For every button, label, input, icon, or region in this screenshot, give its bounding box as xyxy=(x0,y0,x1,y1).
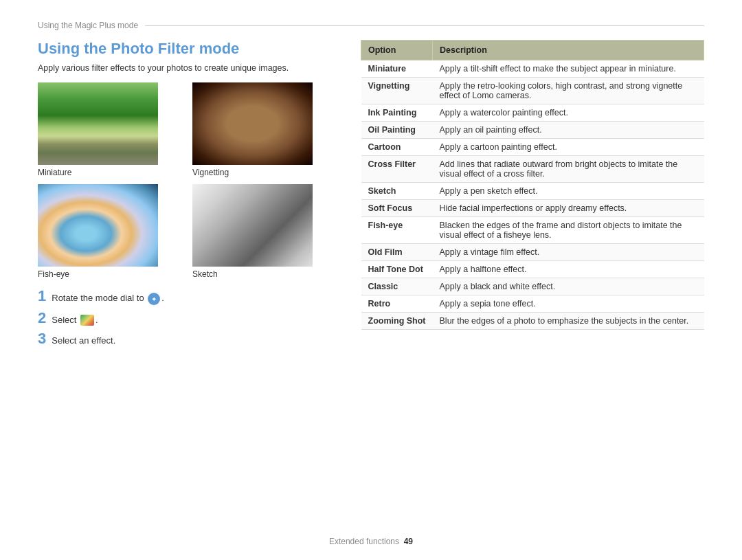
step-3-num: 3 xyxy=(38,331,46,346)
table-cell-option: Fish-eye xyxy=(361,217,433,244)
list-item: Vignetting xyxy=(192,82,340,177)
table-cell-option: Half Tone Dot xyxy=(361,261,433,278)
page-number: 49 xyxy=(404,537,413,546)
table-cell-option: Cross Filter xyxy=(361,156,433,183)
photo-miniature-label: Miniature xyxy=(38,168,71,177)
table-cell-description: Blacken the edges of the frame and disto… xyxy=(433,217,704,244)
table-cell-description: Apply a tilt-shift effect to make the su… xyxy=(433,60,704,78)
filter-icon xyxy=(80,315,94,326)
table-cell-option: Vignetting xyxy=(361,78,433,104)
table-cell-option: Miniature xyxy=(361,60,433,78)
table-row: Soft FocusHide facial imperfections or a… xyxy=(361,200,704,217)
step-3-text: Select an effect. xyxy=(52,335,115,346)
table-row: ClassicApply a black and white effect. xyxy=(361,278,704,295)
table-row: RetroApply a sepia tone effect. xyxy=(361,295,704,313)
table-cell-option: Oil Painting xyxy=(361,122,433,139)
table-row: CartoonApply a cartoon painting effect. xyxy=(361,139,704,156)
table-cell-option: Classic xyxy=(361,278,433,295)
step-1-text: Rotate the mode dial to . xyxy=(52,293,164,305)
photo-grid: Miniature Vignetting Fish-eye xyxy=(38,82,340,279)
table-cell-description: Apply a cartoon painting effect. xyxy=(433,139,704,156)
list-item: Miniature xyxy=(38,82,186,177)
photo-sketch-label: Sketch xyxy=(192,269,218,279)
table-cell-description: Blur the edges of a photo to emphasize t… xyxy=(433,313,704,330)
list-item: Fish-eye xyxy=(38,184,186,279)
step-2: 2 Select . xyxy=(38,311,340,326)
section-title: Using the Photo Filter mode xyxy=(38,40,340,58)
photo-miniature-img xyxy=(38,82,158,165)
step-2-text: Select . xyxy=(52,315,98,326)
table-row: SketchApply a pen sketch effect. xyxy=(361,183,704,200)
photo-fisheye-img xyxy=(38,184,158,267)
photo-fisheye-label: Fish-eye xyxy=(38,269,69,279)
breadcrumb-divider xyxy=(145,25,704,26)
table-cell-description: Hide facial imperfections or apply dream… xyxy=(433,200,704,217)
table-cell-description: Apply a sepia tone effect. xyxy=(433,295,704,313)
intro-text: Apply various filter effects to your pho… xyxy=(38,63,340,73)
step-1: 1 Rotate the mode dial to . xyxy=(38,289,340,305)
photo-vignetting-img xyxy=(192,82,313,165)
table-cell-option: Retro xyxy=(361,295,433,313)
table-row: Half Tone DotApply a halftone effect. xyxy=(361,261,704,278)
table-header-option: Option xyxy=(361,41,433,60)
table-cell-option: Ink Painting xyxy=(361,104,433,122)
step-3: 3 Select an effect. xyxy=(38,331,340,346)
photo-sketch-img xyxy=(192,184,313,267)
page-footer: Extended functions 49 xyxy=(0,537,742,546)
step-1-num: 1 xyxy=(38,289,46,304)
table-cell-option: Sketch xyxy=(361,183,433,200)
table-row: Zooming ShotBlur the edges of a photo to… xyxy=(361,313,704,330)
list-item: Sketch xyxy=(192,184,340,279)
table-cell-description: Apply a watercolor painting effect. xyxy=(433,104,704,122)
table-row: Fish-eyeBlacken the edges of the frame a… xyxy=(361,217,704,244)
table-cell-option: Cartoon xyxy=(361,139,433,156)
table-row: Old FilmApply a vintage film effect. xyxy=(361,244,704,261)
step-2-num: 2 xyxy=(38,311,46,326)
table-cell-description: Apply a vintage film effect. xyxy=(433,244,704,261)
breadcrumb: Using the Magic Plus mode xyxy=(38,21,138,30)
table-header-description: Description xyxy=(433,41,704,60)
table-row: Oil PaintingApply an oil painting effect… xyxy=(361,122,704,139)
photo-vignetting-label: Vignetting xyxy=(192,168,229,177)
options-table: Option Description MiniatureApply a tilt… xyxy=(361,40,704,330)
footer-label: Extended functions xyxy=(329,537,399,546)
table-cell-description: Apply a black and white effect. xyxy=(433,278,704,295)
table-cell-option: Zooming Shot xyxy=(361,313,433,330)
mode-dial-icon xyxy=(148,293,160,305)
table-row: Cross FilterAdd lines that radiate outwa… xyxy=(361,156,704,183)
table-cell-description: Apply a pen sketch effect. xyxy=(433,183,704,200)
steps-section: 1 Rotate the mode dial to . 2 Select . 3… xyxy=(38,289,340,346)
table-row: VignettingApply the retro-looking colors… xyxy=(361,78,704,104)
table-cell-description: Apply a halftone effect. xyxy=(433,261,704,278)
table-cell-option: Soft Focus xyxy=(361,200,433,217)
table-cell-description: Add lines that radiate outward from brig… xyxy=(433,156,704,183)
table-row: Ink PaintingApply a watercolor painting … xyxy=(361,104,704,122)
table-cell-description: Apply the retro-looking colors, high con… xyxy=(433,78,704,104)
table-cell-description: Apply an oil painting effect. xyxy=(433,122,704,139)
table-cell-option: Old Film xyxy=(361,244,433,261)
table-row: MiniatureApply a tilt-shift effect to ma… xyxy=(361,60,704,78)
